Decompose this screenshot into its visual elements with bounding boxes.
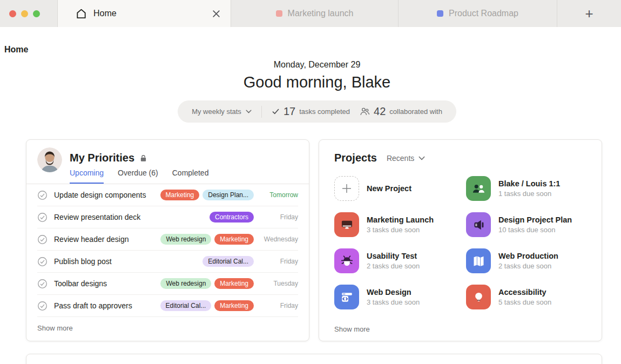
code-icon [334, 285, 359, 309]
greeting-text: Good morning, Blake [13, 73, 621, 91]
lock-icon [140, 154, 147, 162]
tab-overdue[interactable]: Overdue (6) [118, 168, 158, 184]
complete-task-icon[interactable] [37, 190, 48, 200]
task-due-date: Friday [259, 213, 298, 221]
complete-task-icon[interactable] [37, 301, 48, 311]
projects-show-more-button[interactable]: Show more [334, 325, 370, 333]
project-subtitle: 2 tasks due soon [367, 262, 420, 270]
task-row[interactable]: Toolbar designs Web redesignMarketing Tu… [37, 273, 298, 295]
task-tag[interactable]: Marketing [160, 190, 200, 200]
my-priorities-card: My Priorities Upcoming Overdue (6) Compl… [26, 139, 309, 341]
task-name[interactable]: Pass draft to approvers [54, 301, 160, 310]
project-item-web-design[interactable]: Web Design 3 tasks due soon [334, 284, 466, 310]
complete-task-icon[interactable] [37, 257, 48, 267]
project-subtitle: 3 tasks due soon [367, 226, 434, 234]
complete-task-icon[interactable] [37, 279, 48, 289]
project-item-web-production[interactable]: Web Production 2 tasks due soon [466, 248, 589, 274]
window-controls [0, 0, 58, 27]
task-due-date: Friday [259, 302, 298, 309]
collaborated-label: collaborated with [389, 107, 442, 116]
weekly-stats-dropdown[interactable]: My weekly stats [192, 107, 252, 116]
task-name[interactable]: Publish blog post [54, 257, 202, 266]
complete-task-icon[interactable] [37, 234, 48, 245]
avatar[interactable] [37, 147, 62, 172]
project-name: Accessibility [498, 288, 551, 296]
tab-upcoming[interactable]: Upcoming [70, 168, 104, 184]
close-tab-icon[interactable] [209, 6, 223, 21]
weekly-stats-pill: My weekly stats 17 tasks completed 42 co… [178, 100, 456, 123]
task-tag[interactable]: Editorial Cal... [160, 300, 212, 311]
project-subtitle: 10 tasks due soon [498, 226, 572, 234]
tasks-completed-stat: 17 tasks completed [272, 105, 350, 118]
chevron-down-icon [246, 110, 252, 113]
task-tag[interactable]: Web redesign [160, 278, 211, 289]
priorities-show-more-button[interactable]: Show more [37, 324, 73, 332]
priorities-tabs: Upcoming Overdue (6) Completed [70, 168, 208, 184]
home-icon [75, 8, 87, 20]
task-tag[interactable]: Marketing [214, 234, 254, 245]
projects-title: Projects [334, 152, 377, 164]
task-row[interactable]: Publish blog post Editorial Cal... Frida… [37, 251, 298, 273]
task-row[interactable]: Review header design Web redesignMarketi… [37, 228, 298, 251]
task-name[interactable]: Toolbar designs [54, 279, 160, 288]
task-row[interactable]: Pass draft to approvers Editorial Cal...… [37, 295, 298, 317]
new-tab-button[interactable]: + [557, 0, 621, 27]
task-row[interactable]: Review presentation deck Contractors Fri… [37, 206, 298, 228]
megaphone-icon [466, 212, 491, 237]
project-item-blake-louis-1-1[interactable]: Blake / Louis 1:1 1 tasks due soon [466, 176, 589, 201]
task-tags: Editorial Cal...Marketing [160, 300, 254, 311]
task-row[interactable]: Update design components MarketingDesign… [37, 184, 298, 206]
project-item-accessibility[interactable]: Accessibility 5 tasks due soon [466, 284, 589, 310]
new-project-button[interactable]: New Project [334, 176, 466, 201]
project-subtitle: 1 tasks due soon [498, 190, 560, 198]
task-tag[interactable]: Design Plan... [202, 190, 254, 200]
weekly-stats-label: My weekly stats [192, 107, 241, 116]
projects-header: Projects Recents [334, 152, 589, 164]
task-tag[interactable]: Web redesign [160, 234, 211, 245]
task-due-date: Wednesday [259, 235, 298, 243]
tab-color-dot [276, 10, 282, 17]
task-tags: Contractors [210, 212, 254, 223]
zoom-window-button[interactable] [33, 10, 40, 17]
people-icon [466, 176, 491, 201]
task-tags: Editorial Cal... [202, 256, 254, 267]
close-window-button[interactable] [9, 10, 16, 17]
task-tag[interactable]: Marketing [214, 278, 254, 289]
minimize-window-button[interactable] [21, 10, 28, 17]
project-name: Web Production [498, 252, 558, 260]
tasks-completed-label: tasks completed [299, 107, 350, 116]
tab-home[interactable]: Home [58, 0, 231, 27]
divider [261, 106, 262, 118]
project-subtitle: 2 tasks due soon [498, 262, 558, 270]
chevron-down-icon [418, 156, 425, 160]
recents-dropdown[interactable]: Recents [387, 154, 425, 163]
breadcrumb: Home [4, 45, 28, 55]
priorities-title: My Priorities [70, 152, 134, 164]
project-subtitle: 5 tasks due soon [498, 298, 551, 306]
projects-card: Projects Recents New Project Blake [319, 139, 602, 341]
project-item-usability-test[interactable]: Usability Test 2 tasks due soon [334, 248, 466, 274]
project-name: Marketing Launch [367, 215, 434, 224]
task-tag[interactable]: Contractors [210, 212, 254, 223]
complete-task-icon[interactable] [37, 212, 48, 223]
projects-grid: New Project Blake / Louis 1:1 1 tasks du… [334, 176, 589, 310]
task-name[interactable]: Review header design [54, 235, 160, 244]
tab-product-roadmap[interactable]: Product Roadmap [399, 0, 557, 27]
task-name[interactable]: Review presentation deck [54, 213, 210, 221]
task-name[interactable]: Update design components [54, 191, 160, 199]
task-due-date: Friday [259, 258, 298, 265]
project-item-marketing-launch[interactable]: Marketing Launch 3 tasks due soon [334, 212, 466, 238]
bottom-card [26, 354, 602, 364]
project-name: Blake / Louis 1:1 [498, 179, 560, 188]
task-due-date: Tuesday [259, 280, 298, 287]
tab-completed[interactable]: Completed [172, 168, 209, 184]
app-window: Home Marketing launch Product Roadmap + … [0, 0, 621, 364]
map-icon [466, 248, 491, 273]
tab-bar: Home Marketing launch Product Roadmap + [0, 0, 621, 27]
task-tag[interactable]: Marketing [214, 300, 254, 311]
task-tag[interactable]: Editorial Cal... [202, 256, 254, 267]
project-item-design-project-plan[interactable]: Design Project Plan 10 tasks due soon [466, 212, 589, 238]
tab-color-dot [437, 10, 443, 17]
tab-marketing-launch[interactable]: Marketing launch [231, 0, 399, 27]
task-tags: Web redesignMarketing [160, 234, 254, 245]
